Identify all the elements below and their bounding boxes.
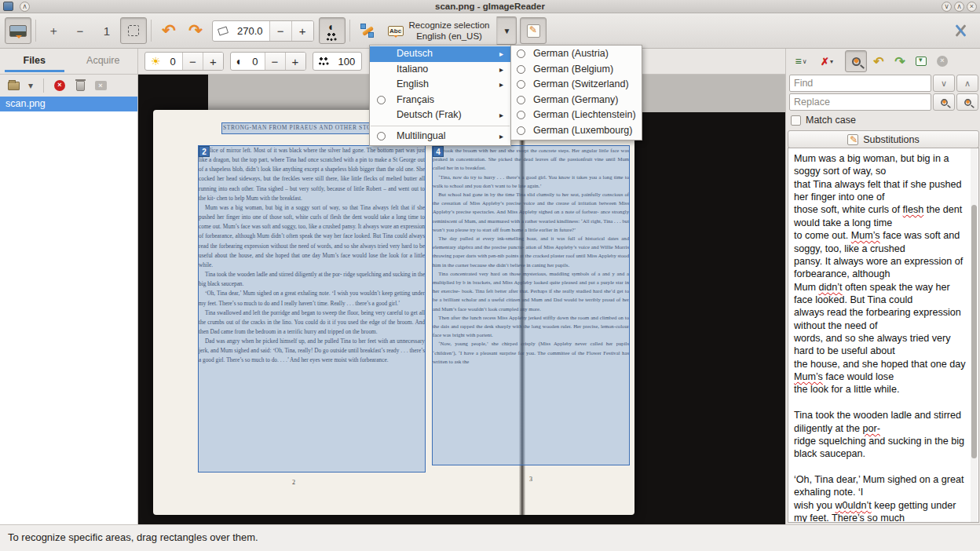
output-pane-icon xyxy=(527,24,540,38)
image-adjust-toggle-button[interactable]: ◐ xyxy=(319,17,346,44)
resolution-value[interactable]: 100 xyxy=(332,56,362,68)
replace-all-button[interactable] xyxy=(956,93,978,111)
radio-icon xyxy=(517,80,525,89)
find-replace-icon xyxy=(852,57,861,66)
output-scrollbar[interactable] xyxy=(971,148,978,522)
trash-icon xyxy=(76,81,85,91)
show-controls-button[interactable] xyxy=(5,17,31,44)
zoom-fit-icon xyxy=(128,25,139,36)
find-previous-button[interactable]: ∨ xyxy=(933,75,955,92)
output-toolbar: ≡ ∨ ✗ ▾ ↶ ↷ × xyxy=(786,49,980,74)
settings-button[interactable] xyxy=(947,17,974,44)
title-bar: ∧ scan.png - gImageReader ∨ ∧ × xyxy=(0,0,980,13)
strip-filter-button[interactable]: ✗ ▾ xyxy=(817,52,836,71)
rotate-left-button[interactable]: ↶ xyxy=(155,17,182,44)
minimize-icon[interactable]: ∨ xyxy=(942,2,952,12)
brightness-increase-button[interactable]: + xyxy=(203,53,223,70)
menu-separator xyxy=(371,126,510,126)
zoom-original-button[interactable]: 1 xyxy=(93,17,120,44)
chevron-up-icon: ∧ xyxy=(964,78,971,89)
maximize-icon[interactable]: ∧ xyxy=(954,2,964,12)
submenu-arrow-icon: ▸ xyxy=(499,62,503,78)
brightness-value[interactable]: 0 xyxy=(164,56,182,68)
files-panel: ▾ × × scan.png xyxy=(0,75,138,524)
delete-file-button[interactable] xyxy=(71,77,89,94)
file-list: scan.png xyxy=(0,97,137,524)
radio-icon xyxy=(517,65,525,74)
separator xyxy=(43,78,44,93)
open-file-menu-button[interactable]: ▾ xyxy=(25,77,36,94)
undo-button[interactable]: ↶ xyxy=(869,52,888,71)
resolution-spinner: 100 xyxy=(313,52,363,71)
page-number-left: 2 xyxy=(292,479,295,486)
submenu-arrow-icon: ▸ xyxy=(499,129,503,144)
rotate-right-button[interactable]: ↷ xyxy=(182,17,209,44)
find-input[interactable] xyxy=(789,75,931,92)
menu-item-multilingual[interactable]: Multilingual ▸ xyxy=(370,129,510,144)
zoom-fit-button[interactable] xyxy=(120,17,147,44)
replace-input[interactable] xyxy=(789,93,931,111)
clear-output-button[interactable]: × xyxy=(933,52,952,71)
folder-open-icon xyxy=(8,82,20,90)
find-row: ∨ ∧ xyxy=(786,74,980,93)
output-scrollbar-thumb[interactable] xyxy=(971,205,977,458)
tab-acquire[interactable]: Acquire xyxy=(69,49,138,74)
radio-icon xyxy=(377,96,386,104)
redo-button[interactable]: ↷ xyxy=(890,52,909,71)
shade-window-icon[interactable]: ∧ xyxy=(20,2,30,12)
find-next-button[interactable]: ∧ xyxy=(956,75,978,92)
menu-item-german-switzerland[interactable]: German (Switzerland) xyxy=(511,77,642,93)
app-icon xyxy=(3,2,13,11)
save-output-icon xyxy=(916,57,927,66)
substitutions-icon xyxy=(847,134,858,145)
find-replace-toggle-button[interactable] xyxy=(845,50,867,72)
zoom-in-button[interactable]: ＋ xyxy=(40,17,67,44)
zoom-out-button[interactable]: − xyxy=(67,17,93,44)
brightness-decrease-button[interactable]: − xyxy=(182,53,203,70)
rotation-increase-button[interactable]: + xyxy=(291,21,313,41)
contrast-value[interactable]: 0 xyxy=(246,56,264,68)
replace-button[interactable] xyxy=(933,93,955,111)
rotation-decrease-button[interactable]: − xyxy=(269,21,291,41)
contrast-decrease-button[interactable]: − xyxy=(265,53,285,70)
menu-item-german-luxembourg[interactable]: German (Luxembourg) xyxy=(511,123,642,139)
separator xyxy=(35,20,36,42)
replace-all-icon xyxy=(964,99,971,106)
output-text[interactable]: Mum was a big woman, but big in a soggy … xyxy=(788,148,979,523)
clear-list-button[interactable]: × xyxy=(92,77,109,94)
tab-files[interactable]: Files xyxy=(0,49,69,74)
insert-mode-button[interactable]: ≡ ∨ xyxy=(792,52,810,71)
menu-item-german-liechtenstein[interactable]: German (Liechtenstein) xyxy=(511,108,642,123)
menu-item-german-belgium[interactable]: German (Belgium) xyxy=(511,62,642,78)
substitutions-button[interactable]: Substitutions xyxy=(788,130,979,148)
menu-item-german-austria[interactable]: German (Austria) xyxy=(511,46,642,62)
recognize-language: English (en_US) xyxy=(416,31,482,41)
rotation-spinner: 270.0 − + xyxy=(212,20,314,42)
toggle-output-pane-button[interactable] xyxy=(520,17,547,44)
rotation-value[interactable]: 270.0 xyxy=(231,25,269,37)
menu-item-italiano[interactable]: Italiano ▸ xyxy=(370,62,510,78)
selection-region-2[interactable]: 2 xyxy=(198,145,426,473)
chevron-down-icon: ∨ xyxy=(941,78,947,89)
language-menu: Deutsch ▸ Italiano ▸ English ▸ Français … xyxy=(369,45,511,146)
menu-item-deutsch[interactable]: Deutsch ▸ xyxy=(370,46,510,62)
contrast-increase-button[interactable]: + xyxy=(285,53,305,70)
remove-file-button[interactable]: × xyxy=(51,77,68,94)
menu-item-deutsch-frak[interactable]: Deutsch (Frak) ▸ xyxy=(370,108,510,123)
menu-item-francais[interactable]: Français xyxy=(370,93,510,108)
menu-item-english[interactable]: English ▸ xyxy=(370,77,510,93)
recognize-button[interactable]: Abc Recognize selection English (en_US) xyxy=(381,16,497,45)
file-list-item[interactable]: scan.png xyxy=(0,97,137,111)
match-case-checkbox[interactable] xyxy=(791,115,801,126)
separator xyxy=(151,20,152,42)
submenu-arrow-icon: ▸ xyxy=(499,46,503,62)
auto-layout-button[interactable] xyxy=(354,17,381,44)
selection-region-4[interactable]: 4 xyxy=(432,145,630,465)
menu-item-german-germany[interactable]: German (Germany) xyxy=(511,93,642,108)
close-icon[interactable]: × xyxy=(967,2,977,12)
radio-icon xyxy=(517,96,525,104)
recognize-language-dropdown-button[interactable]: ▼ xyxy=(496,16,517,45)
chevron-down-icon: ▾ xyxy=(28,80,33,91)
open-file-button[interactable] xyxy=(5,77,22,94)
save-output-button[interactable] xyxy=(912,52,931,71)
